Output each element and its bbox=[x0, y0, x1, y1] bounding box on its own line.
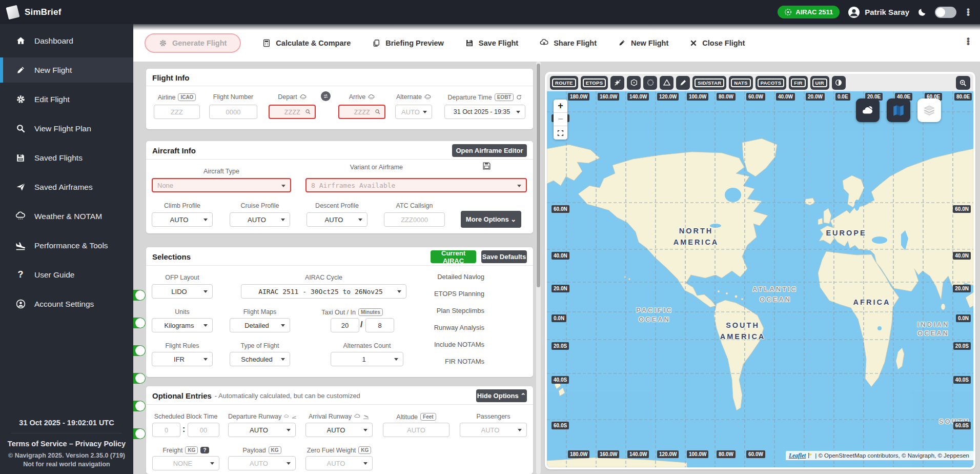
type-of-flight-select[interactable]: Scheduled bbox=[230, 352, 290, 366]
map-style-button[interactable] bbox=[887, 98, 910, 122]
alternate-select[interactable]: AUTO bbox=[395, 105, 432, 119]
scrollbar-thumb[interactable] bbox=[537, 64, 540, 287]
depart-input[interactable]: ZZZZ bbox=[269, 105, 316, 119]
atc-callsign-input[interactable]: ZZZ0000 bbox=[384, 212, 445, 227]
airac-badge-button[interactable]: AIRAC 2511 bbox=[778, 6, 840, 18]
arrive-input[interactable]: ZZZZ bbox=[338, 105, 385, 119]
taxi-out-input[interactable]: 20 bbox=[331, 318, 359, 332]
content-scrollbar[interactable] bbox=[536, 62, 541, 474]
sidebar-item-dashboard[interactable]: Dashboard bbox=[0, 28, 133, 53]
aircraft-type-select[interactable]: None bbox=[152, 178, 291, 192]
lon-label-top: 120.0W bbox=[657, 93, 679, 101]
save-flight-button[interactable]: Save Flight bbox=[465, 39, 518, 47]
sidebar-item-user-guide[interactable]: ? User Guide bbox=[0, 262, 133, 287]
calculate-compare-button[interactable]: Calculate & Compare bbox=[262, 39, 351, 47]
waypoint-triangle-icon[interactable] bbox=[660, 76, 673, 90]
zoom-in-button[interactable]: + bbox=[554, 100, 567, 113]
ofp-layout-select[interactable]: LIDO bbox=[152, 284, 213, 299]
payload-select[interactable]: AUTO bbox=[228, 456, 296, 470]
hide-options-button[interactable]: Hide Options ⌃ bbox=[476, 389, 527, 402]
descent-profile-select[interactable]: AUTO bbox=[307, 212, 368, 227]
swap-airports-button[interactable] bbox=[321, 91, 331, 101]
briefing-preview-button[interactable]: Briefing Preview bbox=[372, 39, 444, 47]
passengers-select[interactable]: AUTO bbox=[460, 423, 527, 437]
sidebar-item-view-flight-plan[interactable]: View Flight Plan bbox=[0, 116, 133, 141]
day-night-terminator-icon[interactable] bbox=[832, 76, 846, 90]
dark-mode-toggle[interactable] bbox=[935, 7, 956, 18]
header-overflow-menu[interactable]: ••• bbox=[965, 8, 972, 16]
optional-entries-title: Optional Entries bbox=[152, 391, 212, 400]
lat-label-right: 0.0N bbox=[956, 314, 971, 322]
lat-label-right: 40.0S bbox=[953, 376, 971, 384]
flight-rules-select[interactable]: IFR bbox=[152, 352, 213, 366]
sidebar-footer: 31 Oct 2025 - 19:02:01 UTC Terms of Serv… bbox=[0, 419, 133, 468]
world-map[interactable]: 180.0W160.0W140.0W120.0W100.0W80.0W60.0W… bbox=[547, 91, 973, 467]
zoom-out-button[interactable]: − bbox=[554, 113, 567, 126]
new-flight-button[interactable]: New Flight bbox=[618, 39, 668, 47]
vor-hexagon-icon[interactable] bbox=[627, 76, 641, 90]
save-defaults-button[interactable]: Save Defaults bbox=[481, 250, 527, 263]
lat-label-left: 20.0S bbox=[552, 342, 569, 350]
lat-label-left: 20.0N bbox=[552, 285, 569, 292]
map-nats-button[interactable]: NATS bbox=[729, 76, 752, 90]
sidebar-item-saved-flights[interactable]: Saved Flights bbox=[0, 145, 133, 170]
altitude-input[interactable]: AUTO bbox=[383, 423, 450, 437]
map-search-button[interactable] bbox=[956, 76, 970, 90]
alternates-count-select[interactable]: 1 bbox=[331, 352, 403, 366]
refresh-time-icon[interactable] bbox=[516, 94, 522, 100]
layers-button[interactable] bbox=[917, 98, 941, 122]
units-select[interactable]: Kilograms bbox=[152, 318, 213, 332]
save-sort-icon[interactable] bbox=[482, 162, 491, 170]
map-sidstar-button[interactable]: SID/STAR bbox=[692, 76, 726, 90]
sidebar-item-saved-airframes[interactable]: Saved Airframes bbox=[0, 174, 133, 200]
close-flight-button[interactable]: Close Flight bbox=[690, 39, 745, 47]
pages-icon bbox=[372, 39, 380, 47]
taxi-in-input[interactable]: 8 bbox=[365, 318, 394, 332]
climb-profile-select[interactable]: AUTO bbox=[152, 212, 213, 227]
toolbar-overflow-menu[interactable]: ••• bbox=[965, 37, 972, 45]
sidebar-item-weather-notam[interactable]: Weather & NOTAM bbox=[0, 204, 133, 229]
share-flight-button[interactable]: Share Flight bbox=[540, 38, 597, 47]
block-minutes-input[interactable]: 00 bbox=[188, 423, 219, 437]
airframe-select[interactable]: 8 Airframes Available bbox=[305, 178, 527, 192]
weather-layers-button[interactable] bbox=[856, 98, 880, 122]
freight-help-button[interactable]: ? bbox=[200, 447, 209, 453]
flight-maps-select[interactable]: Detailed bbox=[230, 318, 290, 332]
zfw-select[interactable]: AUTO bbox=[305, 456, 373, 470]
terms-link[interactable]: Terms of Service bbox=[8, 440, 67, 448]
lat-label-left: 40.0N bbox=[552, 252, 569, 260]
sidebar-item-performance-tools[interactable]: Performance & Tools bbox=[0, 233, 133, 258]
departure-runway-select[interactable]: AUTO bbox=[228, 423, 296, 437]
sidebar-item-new-flight[interactable]: New Flight bbox=[0, 57, 133, 83]
airline-input[interactable]: ZZZ bbox=[154, 105, 200, 119]
flight-number-input[interactable]: 0000 bbox=[209, 105, 257, 119]
plane-slash-icon[interactable] bbox=[610, 76, 624, 90]
departure-time-select[interactable]: 31 Oct 2025 - 19:35 bbox=[444, 105, 525, 119]
app-name: SimBrief bbox=[25, 7, 62, 17]
draw-pen-icon[interactable] bbox=[676, 76, 690, 90]
map-route-button[interactable]: ROUTE bbox=[550, 76, 578, 90]
fullscreen-button[interactable] bbox=[554, 126, 567, 140]
airspace-dotted-circle-icon[interactable] bbox=[643, 76, 657, 90]
airac-cycle-select[interactable]: AIRAC 2511 - 30Oct25 to 26Nov25 bbox=[241, 284, 406, 299]
open-airframe-editor-button[interactable]: Open Airframe Editor bbox=[452, 144, 527, 157]
more-options-button[interactable]: More Options ⌄ bbox=[461, 211, 521, 228]
sidebar-item-edit-flight[interactable]: Edit Flight bbox=[0, 87, 133, 112]
user-menu[interactable]: Patrik Saray bbox=[848, 6, 909, 18]
map-fir-button[interactable]: FIR bbox=[789, 76, 807, 90]
arrival-runway-select[interactable]: AUTO bbox=[305, 423, 373, 437]
current-airac-button[interactable]: Current AIRAC bbox=[431, 250, 476, 263]
freight-select[interactable]: NONE bbox=[152, 456, 219, 470]
sidebar-item-account-settings[interactable]: Account Settings bbox=[0, 291, 133, 317]
calculator-icon bbox=[262, 39, 271, 47]
block-hours-input[interactable]: 0 bbox=[152, 423, 180, 437]
app-logo[interactable]: SimBrief bbox=[0, 6, 62, 18]
cruise-profile-select[interactable]: AUTO bbox=[230, 212, 290, 227]
map-etops-button[interactable]: ETOPS bbox=[581, 76, 608, 90]
map-uir-button[interactable]: UIR bbox=[810, 76, 829, 90]
map-pacots-button[interactable]: PACOTS bbox=[756, 76, 787, 90]
lat-label-right: 20.0S bbox=[953, 342, 971, 350]
generate-flight-button[interactable]: Generate Flight bbox=[145, 33, 241, 53]
leaflet-link[interactable]: Leaflet bbox=[789, 452, 806, 459]
privacy-link[interactable]: Privacy Policy bbox=[75, 440, 126, 448]
